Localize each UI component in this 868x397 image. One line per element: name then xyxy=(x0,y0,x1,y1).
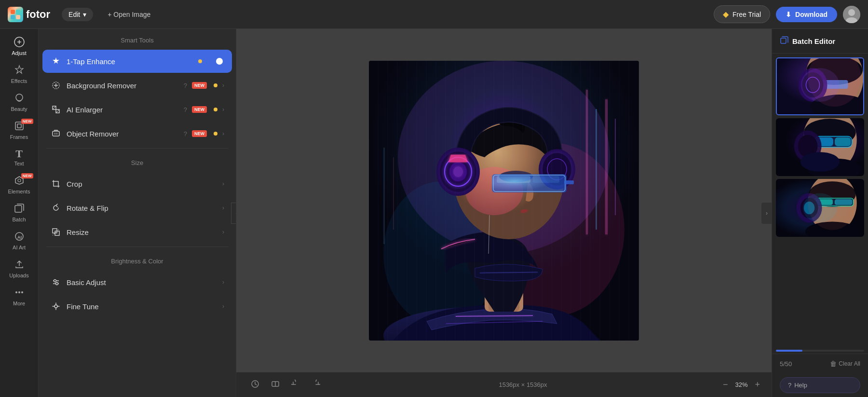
image-dimensions: 1536px × 1536px xyxy=(499,381,547,388)
more-icon xyxy=(14,287,25,299)
new-badge-bg: NEW xyxy=(192,82,207,89)
tool-crop[interactable]: Crop › xyxy=(42,172,232,195)
tools-panel: Smart Tools 1-Tap Enhance Background Rem… xyxy=(39,29,236,397)
sidebar-item-text[interactable]: T Text xyxy=(2,145,36,170)
zoom-controls: − 32% + xyxy=(723,380,760,390)
sidebar-item-uploads[interactable]: Uploads xyxy=(2,255,36,282)
zoom-in-button[interactable]: + xyxy=(755,380,760,390)
logo: fotor xyxy=(8,7,50,22)
one-tap-label: 1-Tap Enhance xyxy=(67,57,191,66)
diamond-icon: ◆ xyxy=(723,10,729,19)
tool-rotate[interactable]: Rotate & Flip › xyxy=(42,196,232,219)
avatar[interactable] xyxy=(843,6,860,23)
tool-background-remover[interactable]: Background Remover ? NEW › xyxy=(42,74,232,97)
sidebar-item-more[interactable]: More xyxy=(2,283,36,310)
trash-icon: 🗑 xyxy=(830,360,837,368)
rotate-icon xyxy=(50,202,62,214)
sidebar-item-label: Elements xyxy=(8,189,30,194)
panel-expand-button[interactable]: › xyxy=(761,203,772,224)
sidebar-item-effects[interactable]: Effects xyxy=(2,61,36,88)
help-icon-obj[interactable]: ? xyxy=(184,130,187,137)
arrow-basic: › xyxy=(222,279,224,286)
sidebar-item-label: Uploads xyxy=(9,273,28,278)
tool-ai-enlarger[interactable]: AI Enlarger ? NEW › xyxy=(42,98,232,121)
edit-button[interactable]: Edit ▾ xyxy=(62,8,93,21)
sidebar-item-beauty[interactable]: Beauty xyxy=(2,89,36,116)
canvas-toolbar: 1536px × 1536px − 32% + xyxy=(236,372,772,397)
batch-title: Batch Editor xyxy=(792,37,835,45)
batch-count: 5/50 xyxy=(780,360,792,368)
arrow-bg: › xyxy=(222,82,224,89)
download-button[interactable]: ⬇ Download xyxy=(776,7,837,22)
tool-object-remover[interactable]: Object Remover ? NEW › xyxy=(42,122,232,145)
svg-point-32 xyxy=(56,283,58,285)
sidebar-item-label: More xyxy=(13,301,25,306)
batch-thumb-2[interactable] xyxy=(776,118,864,176)
obj-remover-label: Object Remover xyxy=(67,130,179,138)
batch-header: Batch Editor xyxy=(772,29,868,54)
divider-1 xyxy=(46,148,228,149)
beauty-icon xyxy=(14,93,25,105)
svg-rect-23 xyxy=(53,131,59,136)
history-button[interactable] xyxy=(248,377,262,393)
tool-fine-tune[interactable]: Fine Tune › xyxy=(42,295,232,318)
svg-rect-68 xyxy=(781,38,786,43)
svg-point-33 xyxy=(54,305,57,308)
uploads-icon xyxy=(14,259,25,271)
help-button[interactable]: ? Help xyxy=(780,377,860,393)
header-right: ◆ Free Trial ⬇ Download xyxy=(714,5,860,23)
sidebar-item-label: AI Art xyxy=(13,245,26,250)
sidebar-item-elements[interactable]: NEW Elements xyxy=(2,171,36,198)
svg-point-17 xyxy=(15,291,17,293)
arrow-enlarger: › xyxy=(222,106,224,113)
svg-point-19 xyxy=(21,291,23,293)
sidebar-item-batch[interactable]: Batch xyxy=(2,199,36,226)
svg-point-13 xyxy=(18,179,21,182)
right-panel: Batch Editor xyxy=(772,29,868,397)
obj-dot xyxy=(214,132,217,136)
logo-text: fotor xyxy=(26,8,50,21)
redo-button[interactable] xyxy=(309,377,323,393)
tool-resize[interactable]: Resize › xyxy=(42,220,232,244)
sidebar-item-frames[interactable]: NEW Frames xyxy=(2,117,36,144)
svg-rect-3 xyxy=(16,15,20,19)
sidebar-item-label: Batch xyxy=(12,217,26,222)
fine-tune-label: Fine Tune xyxy=(67,302,217,311)
enhance-toggle[interactable] xyxy=(207,56,224,66)
bg-dot xyxy=(214,83,217,87)
svg-text:AI: AI xyxy=(17,235,22,240)
svg-point-18 xyxy=(18,291,20,293)
batch-thumb-3[interactable] xyxy=(776,179,864,237)
undo-button[interactable] xyxy=(288,377,303,393)
svg-rect-2 xyxy=(11,15,15,19)
crop-label: Crop xyxy=(67,180,217,188)
city-background xyxy=(369,61,639,341)
new-badge-enlarger: NEW xyxy=(192,106,207,113)
help-icon-enlarger[interactable]: ? xyxy=(184,106,187,113)
canvas-image xyxy=(369,61,639,341)
panel-collapse-button[interactable]: ‹ xyxy=(231,203,236,224)
zoom-out-button[interactable]: − xyxy=(723,380,728,390)
sidebar-item-adjust[interactable]: Adjust xyxy=(2,33,36,60)
size-label: Size xyxy=(39,151,236,171)
open-image-button[interactable]: + Open Image xyxy=(101,8,157,21)
sidebar-item-label: Frames xyxy=(10,134,28,140)
batch-images-list xyxy=(772,54,868,348)
sidebar-item-ai-art[interactable]: AI AI Art xyxy=(2,227,36,254)
svg-point-5 xyxy=(848,9,855,16)
clear-all-button[interactable]: 🗑 Clear All xyxy=(830,360,860,368)
help-icon-bg[interactable]: ? xyxy=(184,82,187,89)
compare-button[interactable] xyxy=(268,377,283,393)
tool-basic-adjust[interactable]: Basic Adjust › xyxy=(42,271,232,294)
tool-one-tap-enhance[interactable]: 1-Tap Enhance xyxy=(42,50,232,73)
batch-editor-icon xyxy=(780,36,788,46)
arrow-resize: › xyxy=(222,229,224,235)
brightness-label: Brightness & Color xyxy=(39,250,236,270)
enhance-dot xyxy=(198,59,202,63)
bg-remover-label: Background Remover xyxy=(67,82,179,90)
scroll-indicator xyxy=(776,350,864,352)
batch-thumb-1[interactable] xyxy=(776,57,864,115)
free-trial-button[interactable]: ◆ Free Trial xyxy=(714,5,770,23)
new-badge-elements: NEW xyxy=(21,173,33,178)
arrow-crop: › xyxy=(222,180,224,187)
